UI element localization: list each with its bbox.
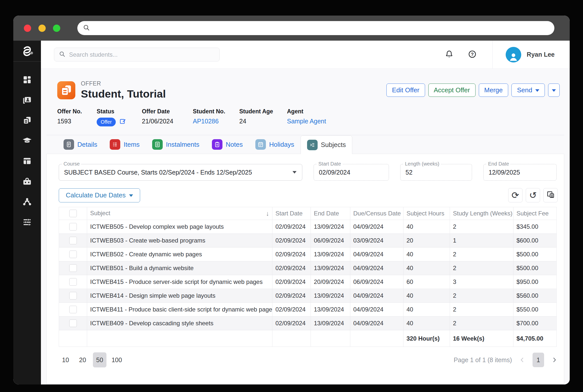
cell-hours: 40 [403,248,450,261]
page-size-option[interactable]: 10 [59,352,72,367]
graduation-cap-icon [22,135,32,147]
course-select[interactable]: Course SUBJECT BASED Course, Starts 02/S… [59,164,302,181]
search-students-input[interactable] [69,51,215,58]
cell-weeks: 3 [450,275,513,289]
cell-end: 13/09/2024 [311,303,350,317]
cell-subject: ICTWEB411 - Produce basic client-side sc… [87,303,272,317]
sidebar-item-pages[interactable] [21,156,33,167]
column-header-subject-fee[interactable]: Subject Fee [513,207,557,220]
more-actions-button[interactable] [548,84,560,97]
address-bar[interactable] [77,21,554,35]
next-page-button[interactable] [551,357,558,363]
subjects-list-icon [307,140,318,150]
sidebar-item-settings[interactable] [21,217,33,228]
student-search[interactable] [54,48,220,61]
cell-end: 20/09/2024 [311,275,350,289]
column-header-due-census-date[interactable]: Due/Census Date [350,207,403,220]
tab-label: Details [77,141,97,148]
help-button[interactable]: ? [467,50,477,60]
student-no-link[interactable]: AP10286 [193,118,239,125]
row-checkbox[interactable] [69,237,77,244]
sidebar-item-toolbox[interactable] [21,176,33,187]
sidebar-item-courses[interactable] [21,136,33,147]
accept-offer-button[interactable]: Accept Offer [428,84,476,97]
cell-subject: ICTWEB501 - Build a dynamic website [87,261,272,275]
page-size-option[interactable]: 20 [76,352,89,367]
sidebar-item-offers[interactable] [21,115,33,126]
cell-hours: 40 [403,317,450,330]
user-menu[interactable]: Ryan Lee [493,47,570,62]
page-size-option[interactable]: 100 [110,352,124,367]
column-header-subject[interactable]: Subject↓ [87,207,272,220]
tab-subjects[interactable]: Subjects [301,135,353,154]
table-row: ICTWEB411 - Produce basic client-side sc… [59,303,557,317]
tab-holidays[interactable]: Holidays [249,135,301,154]
agent-link[interactable]: Sample Agent [287,118,326,125]
offer-type-icon [57,81,75,99]
offer-titles: OFFER Student, Tutorial [81,80,166,100]
avatar [506,47,521,62]
close-window-button[interactable] [24,25,31,32]
cell-weeks: 2 [450,220,513,234]
refresh-button[interactable]: ⟳ [508,188,522,202]
cell-due: 03/09/2024 [350,234,403,248]
row-checkbox[interactable] [69,223,77,230]
cell-start: 02/09/2024 [272,303,311,317]
row-checkbox[interactable] [69,292,77,299]
cell-hours: 40 [403,303,450,317]
row-checkbox[interactable] [69,251,77,258]
row-checkbox[interactable] [69,306,77,313]
cell-fee: $600.00 [513,234,557,248]
calculate-due-dates-button[interactable]: Calculate Due Dates [59,188,140,202]
cell-fee: $500.00 [513,248,557,261]
send-button[interactable]: Send [511,84,545,97]
tab-items[interactable]: Items [103,135,146,154]
grid-toolbar: Calculate Due Dates ⟳ ↺ [59,188,558,202]
pagination: 10 20 50 100 Page 1 of 1 (8 items) 1 [59,352,558,367]
cell-weeks: 2 [450,303,513,317]
student-no-label: Student No. [193,108,239,115]
revert-button[interactable]: ↺ [526,188,540,202]
row-checkbox[interactable] [69,264,77,272]
merge-button[interactable]: Merge [479,84,508,97]
cell-start: 02/09/2024 [272,220,311,234]
column-chooser-button[interactable] [543,188,558,202]
sidebar-item-network[interactable] [21,197,33,208]
course-label: Course [62,161,81,167]
sliders-icon [22,217,32,228]
tab-notes[interactable]: Notes [206,135,249,154]
total-weeks: 16 Week(s) [450,330,513,347]
column-header-end-date[interactable]: End Date [311,207,350,220]
row-checkbox[interactable] [69,320,77,327]
notifications-button[interactable] [444,50,454,60]
status-label: Status [97,108,142,115]
window-titlebar [13,16,570,41]
current-page-button[interactable]: 1 [533,353,544,367]
column-header-start-date[interactable]: Start Date [272,207,311,220]
sidebar-item-dashboard[interactable] [21,75,33,86]
offer-date-label: Offer Date [142,108,193,115]
app-logo[interactable] [13,41,41,62]
column-header-study-length[interactable]: Study Length (Weeks) [450,207,513,220]
tab-instalments[interactable]: Instalments [146,135,206,154]
maximize-window-button[interactable] [53,25,60,32]
offer-summary: Offer No. 1593 Status Offer Offer [46,100,564,135]
previous-page-button[interactable] [519,357,526,363]
refresh-icon: ⟳ [511,191,519,200]
select-all-checkbox[interactable] [69,210,77,217]
row-checkbox[interactable] [69,278,77,286]
sidebar-item-contacts[interactable] [21,95,33,106]
tab-label: Instalments [166,141,199,148]
tab-details[interactable]: Details [57,135,103,154]
edit-offer-button[interactable]: Edit Offer [386,84,425,97]
cell-end: 06/09/2024 [311,234,350,248]
calculate-due-dates-label: Calculate Due Dates [66,191,126,199]
column-header-subject-hours[interactable]: Subject Hours [403,207,450,220]
edit-status-icon[interactable] [119,118,126,126]
chevron-down-icon [129,194,133,197]
page-size-option-selected[interactable]: 50 [93,352,106,367]
table-header-row: Subject↓ Start Date End Date Due/Census … [59,207,557,220]
cell-subject: ICTWEB414 - Design simple web page layou… [87,289,272,303]
cell-fee: $500.00 [513,261,557,275]
minimize-window-button[interactable] [38,25,46,32]
